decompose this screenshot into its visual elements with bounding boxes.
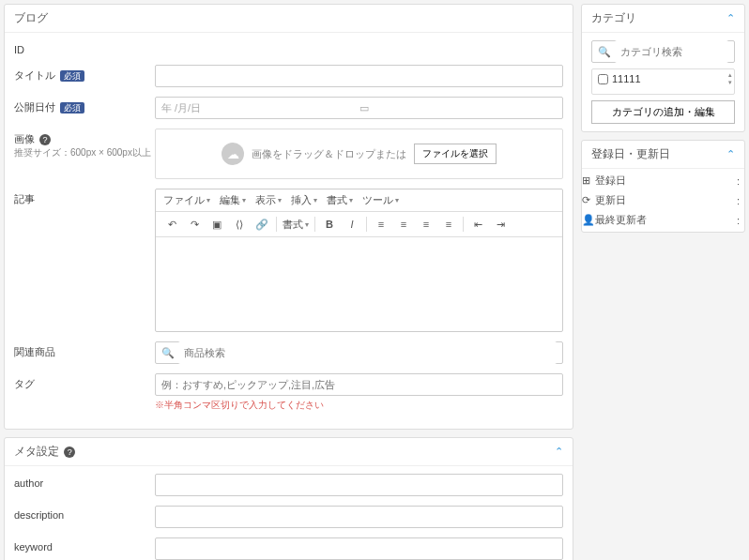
scroll-arrows[interactable]: ▴▾ (728, 71, 732, 86)
editor-content[interactable] (156, 237, 562, 331)
image-dropzone[interactable]: ☁ 画像をドラッグ＆ドロップまたは ファイルを選択 (155, 129, 563, 179)
created-label: 登録日 (595, 174, 737, 188)
label-article: 記事 (14, 189, 155, 206)
updater-value: : (737, 215, 744, 226)
outdent-icon[interactable]: ⇤ (469, 216, 486, 233)
category-search[interactable]: 🔍 (591, 40, 735, 63)
label-publish-date: 公開日付 必須 (14, 97, 155, 114)
category-item[interactable]: 11111 (598, 73, 728, 84)
dates-panel-header: 登録日・更新日 ⌃ (582, 141, 744, 169)
dates-panel: 登録日・更新日 ⌃ ⊞ 登録日 : ⟳ 更新日 : 👤 最終更新者 : (581, 140, 745, 233)
label-author: author (14, 474, 155, 489)
required-badge: 必須 (60, 102, 84, 114)
bold-icon[interactable]: B (321, 216, 338, 233)
category-panel: カテゴリ ⌃ 🔍 11111 ▴▾ カテゴリの追加・編集 (581, 4, 745, 132)
cloud-upload-icon: ☁ (222, 143, 244, 165)
menu-edit[interactable]: 編集▾ (220, 193, 246, 207)
meta-title: メタ設定 ? (14, 444, 75, 460)
required-badge: 必須 (60, 70, 84, 82)
updated-row: ⟳ 更新日 : (582, 190, 744, 210)
author-input[interactable] (155, 474, 563, 496)
publish-date-input[interactable]: 年 /月/日 ▭ (155, 97, 563, 119)
blog-panel-header: ブログ (5, 5, 573, 33)
file-select-button[interactable]: ファイルを選択 (414, 144, 497, 164)
meta-panel: メタ設定 ? ⌃ author description keyword (4, 437, 573, 560)
help-icon[interactable]: ? (39, 134, 51, 145)
rich-text-editor: ファイル▾ 編集▾ 表示▾ 挿入▾ 書式▾ ツール▾ ↶ ↷ ▣ (155, 189, 563, 332)
updated-value: : (737, 195, 744, 206)
search-icon: 🔍 (161, 347, 175, 359)
align-right-icon[interactable]: ≡ (418, 216, 435, 233)
plus-square-icon: ⊞ (582, 174, 595, 187)
keyword-input[interactable] (155, 537, 563, 560)
collapse-toggle[interactable]: ⌃ (726, 148, 735, 160)
title-input[interactable] (155, 65, 563, 87)
meta-panel-header: メタ設定 ? ⌃ (5, 438, 573, 466)
created-row: ⊞ 登録日 : (582, 171, 744, 190)
menu-insert[interactable]: 挿入▾ (291, 193, 317, 207)
dropzone-text: 画像をドラッグ＆ドロップまたは (252, 147, 406, 161)
category-checkbox[interactable] (598, 74, 608, 84)
created-value: : (737, 175, 744, 187)
collapse-toggle[interactable]: ⌃ (726, 12, 735, 24)
editor-menubar: ファイル▾ 編集▾ 表示▾ 挿入▾ 書式▾ ツール▾ (156, 189, 562, 212)
category-search-input[interactable] (615, 40, 728, 63)
updater-row: 👤 最終更新者 : (582, 210, 744, 230)
blog-title: ブログ (14, 10, 48, 26)
related-product-search[interactable]: 🔍 (155, 341, 563, 364)
search-icon: 🔍 (598, 46, 611, 58)
updater-label: 最終更新者 (595, 213, 737, 227)
indent-icon[interactable]: ⇥ (492, 216, 509, 233)
updated-label: 更新日 (595, 193, 737, 207)
italic-icon[interactable]: I (344, 216, 360, 233)
dates-title: 登録日・更新日 (591, 146, 670, 162)
label-title: タイトル 必須 (14, 65, 155, 83)
editor-toolbar: ↶ ↷ ▣ ⟨⟩ 🔗 書式▾ B I ≡ (156, 212, 562, 237)
menu-view[interactable]: 表示▾ (255, 193, 282, 207)
category-title: カテゴリ (591, 10, 636, 26)
align-left-icon[interactable]: ≡ (373, 216, 390, 233)
image-icon[interactable]: ▣ (208, 216, 225, 233)
category-edit-button[interactable]: カテゴリの追加・編集 (591, 100, 735, 124)
person-icon: 👤 (582, 214, 595, 226)
product-search-input[interactable] (178, 341, 557, 364)
code-icon[interactable]: ⟨⟩ (231, 216, 248, 233)
category-panel-header: カテゴリ ⌃ (582, 5, 744, 33)
redo-icon[interactable]: ↷ (186, 216, 203, 233)
label-image: 画像 ? 推奨サイズ：600px × 600px以上 (14, 129, 155, 159)
help-icon[interactable]: ? (64, 446, 75, 458)
category-list: 11111 ▴▾ (591, 68, 735, 95)
collapse-toggle[interactable]: ⌃ (555, 446, 563, 458)
menu-format[interactable]: 書式▾ (327, 193, 353, 207)
menu-tools[interactable]: ツール▾ (362, 193, 399, 207)
menu-file[interactable]: ファイル▾ (163, 193, 210, 207)
refresh-icon: ⟳ (582, 194, 595, 206)
align-justify-icon[interactable]: ≡ (440, 216, 457, 233)
label-tag: タグ (14, 373, 155, 391)
calendar-icon: ▭ (359, 102, 558, 114)
description-input[interactable] (155, 506, 563, 528)
tag-input[interactable] (155, 373, 563, 396)
category-label: 11111 (612, 73, 641, 84)
undo-icon[interactable]: ↶ (163, 216, 180, 233)
align-center-icon[interactable]: ≡ (395, 216, 412, 233)
label-description: description (14, 506, 155, 521)
tag-hint: ※半角コンマ区切りで入力してください (155, 399, 563, 412)
blog-panel: ブログ ID タイトル 必須 公 (4, 4, 573, 430)
label-related: 関連商品 (14, 341, 155, 359)
label-keyword: keyword (14, 537, 155, 552)
link-icon[interactable]: 🔗 (253, 216, 270, 233)
format-dropdown[interactable]: 書式▾ (283, 218, 309, 232)
label-id: ID (14, 40, 155, 55)
